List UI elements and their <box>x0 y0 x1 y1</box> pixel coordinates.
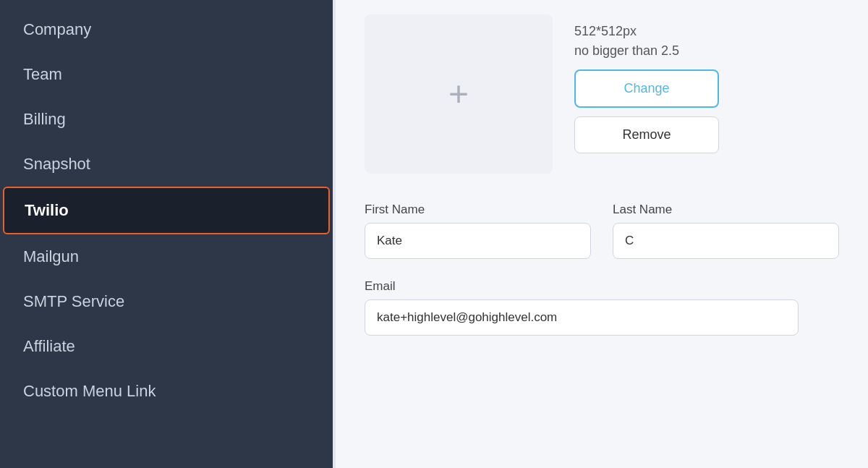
sidebar-item-label: Snapshot <box>23 155 90 173</box>
sidebar-item-snapshot[interactable]: Snapshot <box>0 142 333 187</box>
sidebar-item-smtp[interactable]: SMTP Service <box>0 279 333 324</box>
sidebar-item-custom-menu[interactable]: Custom Menu Link <box>0 369 333 414</box>
sidebar-item-label: Company <box>23 20 91 38</box>
sidebar-item-label: Mailgun <box>23 247 79 265</box>
sidebar-item-mailgun[interactable]: Mailgun <box>0 234 333 279</box>
sidebar-item-company[interactable]: Company <box>0 7 333 52</box>
sidebar: Company Team Billing Snapshot Twilio Mai… <box>0 0 333 468</box>
upload-hint-line1: 512*512px <box>574 22 719 41</box>
sidebar-item-affiliate[interactable]: Affiliate <box>0 324 333 369</box>
first-name-group: First Name <box>365 203 591 259</box>
last-name-group: Last Name <box>613 203 839 259</box>
remove-button[interactable]: Remove <box>574 116 719 153</box>
email-group: Email <box>365 279 839 336</box>
sidebar-item-billing[interactable]: Billing <box>0 97 333 142</box>
email-label: Email <box>365 279 839 294</box>
plus-icon: + <box>448 77 469 111</box>
main-content: + 512*512px no bigger than 2.5 Change Re… <box>336 0 868 468</box>
upload-box[interactable]: + <box>365 14 553 174</box>
first-name-input[interactable] <box>365 223 591 259</box>
change-button[interactable]: Change <box>574 69 719 108</box>
upload-controls: 512*512px no bigger than 2.5 Change Remo… <box>574 14 719 153</box>
sidebar-item-label: Team <box>23 65 62 83</box>
sidebar-item-label: Affiliate <box>23 337 75 355</box>
last-name-input[interactable] <box>613 223 839 259</box>
image-upload-area: + 512*512px no bigger than 2.5 Change Re… <box>365 14 839 174</box>
upload-hint: 512*512px no bigger than 2.5 <box>574 22 719 61</box>
last-name-label: Last Name <box>613 203 839 217</box>
sidebar-item-team[interactable]: Team <box>0 52 333 97</box>
sidebar-item-label: Billing <box>23 110 66 128</box>
sidebar-item-label: Twilio <box>25 201 69 219</box>
sidebar-item-twilio[interactable]: Twilio <box>3 187 330 234</box>
name-row: First Name Last Name <box>365 203 839 259</box>
sidebar-item-label: Custom Menu Link <box>23 382 156 400</box>
first-name-label: First Name <box>365 203 591 217</box>
upload-hint-line2: no bigger than 2.5 <box>574 41 719 61</box>
email-input[interactable] <box>365 299 799 336</box>
sidebar-item-label: SMTP Service <box>23 292 124 310</box>
